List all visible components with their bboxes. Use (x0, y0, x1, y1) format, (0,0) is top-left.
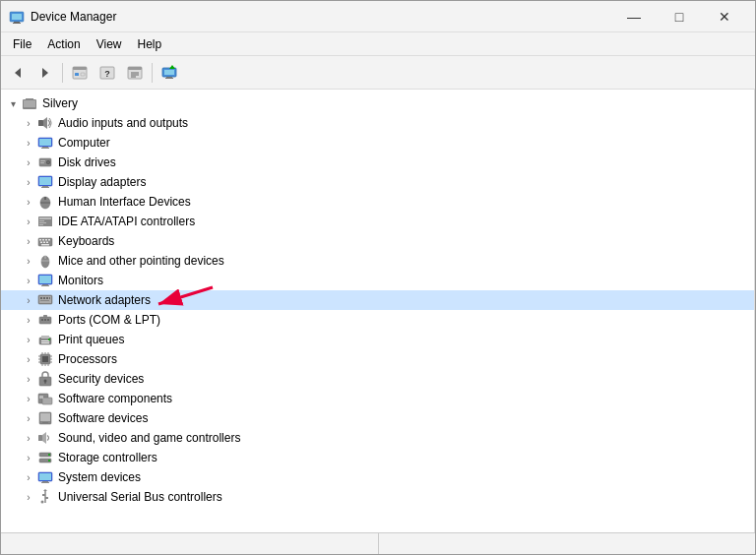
svg-rect-44 (39, 217, 51, 219)
keyboard-label: Keyboards (58, 234, 114, 248)
svg-rect-47 (39, 224, 43, 225)
svg-rect-67 (43, 297, 45, 299)
processors-expand[interactable]: › (21, 351, 36, 367)
svg-rect-3 (13, 23, 21, 24)
tree-item-keyboard[interactable]: › Keyboards (1, 231, 754, 251)
tree-item-hid[interactable]: › Human Interface Devices (1, 192, 754, 212)
toolbar-help[interactable]: ? (94, 60, 120, 86)
main-content: ▾ Silvery › (1, 90, 755, 532)
tree-item-processors[interactable]: › (1, 349, 754, 369)
window-title: Device Manager (31, 10, 611, 24)
device-tree[interactable]: ▾ Silvery › (1, 90, 755, 532)
ports-label: Ports (COM & LPT) (58, 313, 160, 327)
svg-rect-8 (75, 73, 79, 76)
disk-label: Disk drives (58, 155, 116, 169)
tree-item-security[interactable]: › Security devices (1, 369, 754, 389)
tree-item-sound[interactable]: › Sound, video and game controllers (1, 428, 754, 448)
svg-point-33 (47, 161, 49, 163)
software-devices-expand[interactable]: › (21, 410, 36, 426)
network-label: Network adapters (58, 293, 151, 307)
sound-expand[interactable]: › (21, 430, 36, 446)
svg-rect-113 (39, 473, 51, 480)
svg-rect-102 (39, 396, 43, 399)
storage-expand[interactable]: › (21, 450, 36, 465)
svg-rect-55 (46, 242, 48, 244)
tree-item-storage[interactable]: › Storage controllers (1, 448, 754, 467)
toolbar-properties[interactable] (122, 60, 148, 86)
svg-point-75 (44, 319, 46, 321)
security-expand[interactable]: › (21, 371, 36, 387)
mouse-expand[interactable]: › (21, 253, 36, 269)
close-button[interactable]: ✕ (702, 1, 747, 32)
ports-expand[interactable]: › (21, 312, 36, 328)
monitors-expand[interactable]: › (21, 273, 36, 288)
system-icon (36, 469, 54, 485)
security-label: Security devices (58, 372, 144, 386)
display-label: Display adapters (58, 175, 146, 189)
svg-point-82 (48, 339, 50, 340)
tree-item-system[interactable]: › System devices (1, 467, 754, 487)
mouse-icon (36, 253, 54, 269)
toolbar-back[interactable] (5, 60, 31, 86)
tree-item-monitors[interactable]: › Monitors (1, 271, 754, 290)
root-label: Silvery (42, 96, 78, 110)
toolbar-update-driver[interactable] (157, 60, 182, 86)
computer-label: Computer (58, 136, 110, 150)
ide-expand[interactable]: › (21, 214, 36, 229)
svg-rect-101 (42, 398, 52, 404)
hid-icon (36, 194, 54, 210)
tree-item-computer[interactable]: › Computer (1, 133, 754, 153)
toolbar-forward[interactable] (32, 60, 58, 86)
menu-file[interactable]: File (5, 35, 39, 53)
security-icon (36, 371, 54, 387)
svg-rect-51 (45, 239, 47, 241)
svg-point-111 (48, 460, 50, 462)
menu-help[interactable]: Help (130, 35, 170, 53)
tree-item-display[interactable]: › Display adapters (1, 172, 754, 192)
software-components-expand[interactable]: › (21, 391, 36, 406)
svg-rect-20 (165, 78, 173, 79)
system-expand[interactable]: › (21, 469, 36, 485)
tree-item-network[interactable]: › Network adapters (1, 290, 754, 310)
svg-marker-4 (15, 68, 21, 78)
svg-rect-25 (38, 120, 43, 126)
tree-item-ide[interactable]: › IDE ATA/ATAPI controllers (1, 212, 754, 231)
tree-item-print[interactable]: › Print queues (1, 330, 754, 349)
audio-expand[interactable]: › (21, 115, 36, 131)
display-expand[interactable]: › (21, 174, 36, 190)
sound-icon (36, 430, 54, 446)
usb-label: Universal Serial Bus controllers (58, 490, 222, 504)
root-expand-arrow[interactable]: ▾ (5, 95, 21, 111)
usb-expand[interactable]: › (21, 489, 36, 505)
monitors-label: Monitors (58, 274, 103, 287)
software-devices-label: Software devices (58, 411, 148, 425)
tree-item-audio[interactable]: › Audio inputs and outputs (1, 113, 754, 133)
hid-expand[interactable]: › (21, 194, 36, 210)
storage-label: Storage controllers (58, 451, 158, 464)
tree-item-software-components[interactable]: › Software components (1, 389, 754, 408)
keyboard-expand[interactable]: › (21, 233, 36, 249)
tree-item-mouse[interactable]: › Mice and other pointing devices (1, 251, 754, 271)
status-bar (1, 532, 755, 554)
mouse-label: Mice and other pointing devices (58, 254, 224, 268)
root-icon (21, 95, 38, 111)
menu-view[interactable]: View (89, 35, 130, 53)
tree-item-disk[interactable]: › Disk drives (1, 153, 754, 172)
minimize-button[interactable]: — (611, 1, 657, 32)
toolbar-show-hidden[interactable] (67, 60, 93, 86)
computer-expand[interactable]: › (21, 135, 36, 151)
network-expand[interactable]: › (21, 292, 36, 308)
disk-expand[interactable]: › (21, 154, 36, 170)
print-expand[interactable]: › (21, 332, 36, 347)
svg-rect-77 (43, 315, 47, 317)
menu-action[interactable]: Action (39, 35, 88, 53)
svg-rect-114 (42, 481, 48, 482)
svg-rect-99 (45, 382, 46, 384)
tree-item-software-devices[interactable]: › Software devices (1, 408, 754, 428)
tree-item-usb[interactable]: › Universal Serial Bus controllers (1, 487, 754, 507)
tree-item-ports[interactable]: › Ports (COM & LPT) (1, 310, 754, 330)
maximize-button[interactable]: □ (657, 1, 702, 32)
computer-icon (36, 135, 54, 151)
svg-rect-19 (166, 77, 172, 78)
tree-root[interactable]: ▾ Silvery (1, 93, 754, 113)
